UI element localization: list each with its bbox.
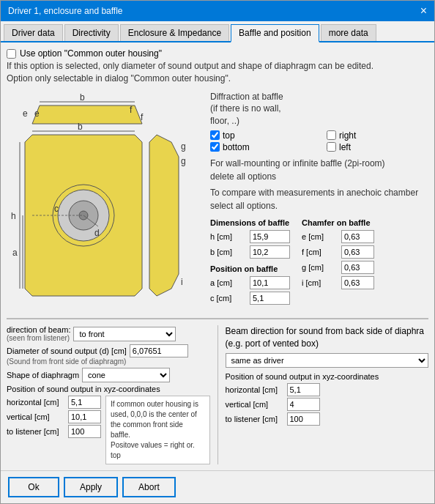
diffraction-top-label: top	[223, 130, 235, 141]
svg-text:c: c	[54, 204, 59, 214]
listener-row-right: to listener [cm]	[226, 412, 429, 426]
f-row: f [cm]	[302, 245, 374, 259]
ok-button[interactable]: Ok	[8, 477, 59, 497]
a-row: a [cm]	[210, 276, 290, 289]
tab-driver-data[interactable]: Driver data	[4, 24, 63, 41]
diffraction-right-checkbox[interactable]	[327, 130, 336, 140]
title-bar: Driver 1, enclosure and baffle ×	[1, 1, 434, 21]
listener-input-right[interactable]	[287, 412, 320, 426]
common-housing-checkbox[interactable]	[7, 49, 16, 59]
c-label: c [cm]	[210, 294, 247, 303]
diffraction-top-checkbox[interactable]	[210, 130, 220, 140]
diffraction-top-row: top	[210, 130, 312, 141]
i-row: i [cm]	[302, 276, 374, 289]
svg-text:b: b	[80, 92, 85, 103]
listener-label-right: to listener [cm]	[226, 415, 284, 423]
tab-more-data[interactable]: more data	[321, 24, 376, 41]
listener-input-left[interactable]	[68, 425, 101, 438]
vertical-input-right[interactable]	[287, 398, 320, 411]
anechoic-text: To compare with measurements in anechoic…	[210, 186, 428, 212]
svg-text:h: h	[11, 211, 16, 221]
beam-back-label: Beam direction for sound from back side …	[226, 325, 429, 350]
beam-direction-row: direction of beam: (seen from listener) …	[7, 325, 210, 342]
position-title: Position on baffle	[210, 264, 290, 273]
b-input[interactable]: 10,2	[250, 245, 290, 259]
diffraction-left-checkbox[interactable]	[327, 142, 336, 152]
right-panel: Diffraction at baffle (if there is no wa…	[210, 91, 428, 318]
diffraction-left-row: left	[327, 142, 428, 152]
h-row: h [cm] 15,9	[210, 230, 290, 243]
g-input[interactable]	[341, 261, 374, 274]
svg-text:g: g	[181, 156, 186, 166]
tooltip-box: If common outer housing is used, 0,0,0 i…	[105, 396, 210, 464]
svg-text:g: g	[181, 141, 186, 152]
f-input[interactable]	[341, 245, 374, 259]
beam-back-select[interactable]: same as driver	[226, 353, 429, 368]
main-area: e e f f b	[7, 91, 428, 318]
g-row: g [cm]	[302, 261, 374, 274]
listener-label-left: to listener [cm]	[7, 427, 65, 436]
vertical-label-left: vertical [cm]	[7, 412, 65, 421]
dimensions-chamfer-area: Dimensions of baffle h [cm] 15,9 b [cm] …	[210, 218, 428, 307]
diameter-label: Diameter of sound output (d) [cm]	[7, 346, 127, 355]
horizontal-input-left[interactable]	[68, 396, 101, 409]
horizontal-input-right[interactable]	[287, 383, 320, 396]
diffraction-bottom-row: bottom	[210, 142, 312, 152]
svg-marker-22	[149, 135, 179, 296]
e-input[interactable]	[341, 230, 374, 243]
close-button[interactable]: ×	[420, 5, 427, 17]
svg-text:e: e	[23, 108, 28, 119]
info-text-1: If this option is selected, only diamete…	[7, 60, 428, 85]
tab-content: Use option "Common outer housing" If thi…	[1, 42, 434, 318]
g-label: g [cm]	[302, 263, 338, 272]
horizontal-row-right: horizontal [cm]	[226, 383, 429, 396]
c-row: c [cm]	[210, 292, 290, 305]
bottom-left-section: direction of beam: (seen from listener) …	[7, 325, 210, 464]
e-row: e [cm]	[302, 230, 374, 243]
a-input[interactable]	[250, 276, 290, 289]
diffraction-section: Diffraction at baffle (if there is no wa…	[210, 91, 428, 212]
tab-baffle[interactable]: Baffle and position	[231, 24, 319, 42]
vertical-row-right: vertical [cm]	[226, 398, 429, 411]
beam-direction-sublabel: (seen from listener)	[7, 334, 70, 342]
i-label: i [cm]	[302, 278, 338, 287]
diffraction-bottom-checkbox[interactable]	[210, 142, 220, 152]
diffraction-right-label: right	[339, 130, 356, 141]
horizontal-label-right: horizontal [cm]	[226, 385, 284, 394]
footer: Ok Apply Abort	[1, 470, 434, 503]
main-window: Driver 1, enclosure and baffle × Driver …	[0, 0, 435, 504]
vertical-separator	[218, 325, 218, 464]
diffraction-left-label: left	[339, 142, 351, 152]
f-label: f [cm]	[302, 248, 338, 256]
baffle-diagram: e e f f b	[7, 91, 197, 318]
h-input[interactable]: 15,9	[250, 230, 290, 243]
b-row: b [cm] 10,2	[210, 245, 290, 259]
diameter-row: Diameter of sound output (d) [cm] (Sound…	[7, 344, 210, 366]
tab-directivity[interactable]: Directivity	[64, 24, 119, 41]
tab-enclosure[interactable]: Enclosure & Impedance	[120, 24, 229, 41]
svg-text:i: i	[181, 277, 183, 287]
diameter-sublabel: (Sound from front side of diaphragm)	[7, 357, 210, 366]
c-input[interactable]	[250, 292, 290, 305]
dimensions-title: Dimensions of baffle	[210, 218, 290, 227]
svg-text:e: e	[34, 108, 40, 119]
bottom-section: direction of beam: (seen from listener) …	[1, 319, 434, 470]
svg-text:b: b	[78, 122, 83, 132]
i-input[interactable]	[341, 276, 374, 289]
common-housing-row: Use option "Common outer housing"	[7, 48, 428, 59]
vertical-input-left[interactable]	[68, 410, 101, 423]
b-label: b [cm]	[210, 248, 247, 256]
svg-text:f: f	[141, 112, 144, 122]
shape-select[interactable]: cone flat dome	[82, 368, 170, 382]
apply-button[interactable]: Apply	[64, 477, 118, 497]
abort-button[interactable]: Abort	[122, 477, 176, 497]
e-label: e [cm]	[302, 232, 338, 241]
wall-mounting-text: For wall-mounting or infinite baffle (2p…	[210, 157, 428, 183]
left-panel: e e f f b	[7, 91, 204, 318]
diameter-input[interactable]	[130, 344, 188, 357]
bottom-right-section: Beam direction for sound from back side …	[226, 325, 429, 464]
svg-text:a: a	[12, 248, 18, 258]
common-housing-label: Use option "Common outer housing"	[20, 48, 162, 59]
beam-direction-select[interactable]: to front to back to left to right	[73, 327, 176, 341]
diffraction-checkboxes: top right bottom left	[210, 130, 428, 152]
